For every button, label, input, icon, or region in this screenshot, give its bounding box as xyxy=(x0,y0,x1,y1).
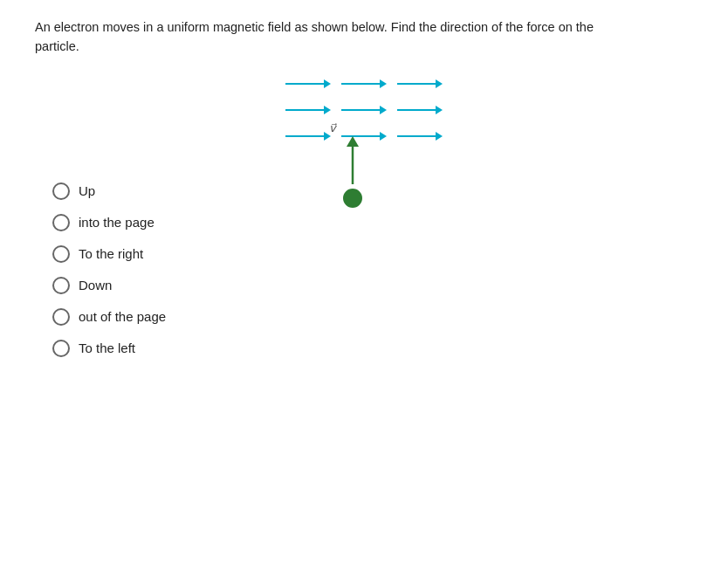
field-arrow xyxy=(285,104,331,116)
choice-to-left[interactable]: To the left xyxy=(52,340,693,357)
field-arrow xyxy=(285,78,331,90)
choice-to-right[interactable]: To the right xyxy=(52,245,693,263)
choice-down[interactable]: Down xyxy=(52,277,693,294)
radio-to-right[interactable] xyxy=(52,245,70,263)
svg-marker-19 xyxy=(347,136,359,147)
svg-marker-5 xyxy=(436,79,443,88)
field-arrow-row-1 xyxy=(285,78,443,90)
electron-particle xyxy=(343,189,362,208)
svg-marker-17 xyxy=(436,132,443,141)
field-arrow xyxy=(341,78,387,90)
field-arrow-row-2 xyxy=(285,104,443,116)
choice-label-to-right: To the right xyxy=(79,246,143,261)
question-text: An electron moves in a uniform magnetic … xyxy=(35,17,628,57)
radio-out-of-page[interactable] xyxy=(52,308,70,326)
choice-label-down: Down xyxy=(79,278,112,292)
choice-label-up: Up xyxy=(79,183,95,198)
field-arrow xyxy=(285,130,331,142)
diagram-area: v⃗ xyxy=(35,78,693,156)
svg-marker-11 xyxy=(436,106,443,114)
choice-up[interactable]: Up xyxy=(52,182,693,200)
radio-up[interactable] xyxy=(52,182,70,200)
radio-to-left[interactable] xyxy=(52,340,70,357)
field-arrow-row-3: v⃗ xyxy=(285,130,443,142)
field-arrow xyxy=(397,78,443,90)
velocity-arrow xyxy=(345,136,361,189)
svg-marker-1 xyxy=(324,79,331,88)
choice-label-to-left: To the left xyxy=(79,341,135,355)
field-arrow xyxy=(341,104,387,116)
choice-into-page[interactable]: into the page xyxy=(52,214,693,231)
choice-label-out-of-page: out of the page xyxy=(79,309,166,324)
choice-out-of-page[interactable]: out of the page xyxy=(52,308,693,326)
field-arrow xyxy=(397,104,443,116)
radio-down[interactable] xyxy=(52,277,70,294)
answer-choices: Up into the page To the right Down out o… xyxy=(52,182,693,357)
radio-into-page[interactable] xyxy=(52,214,70,231)
svg-marker-7 xyxy=(324,106,331,114)
choice-label-into-page: into the page xyxy=(79,215,155,230)
svg-marker-3 xyxy=(380,79,387,88)
field-arrow xyxy=(397,130,443,142)
velocity-indicator: v⃗ xyxy=(343,121,362,208)
svg-marker-9 xyxy=(380,106,387,114)
velocity-label: v⃗ xyxy=(329,121,336,134)
svg-marker-15 xyxy=(380,132,387,141)
